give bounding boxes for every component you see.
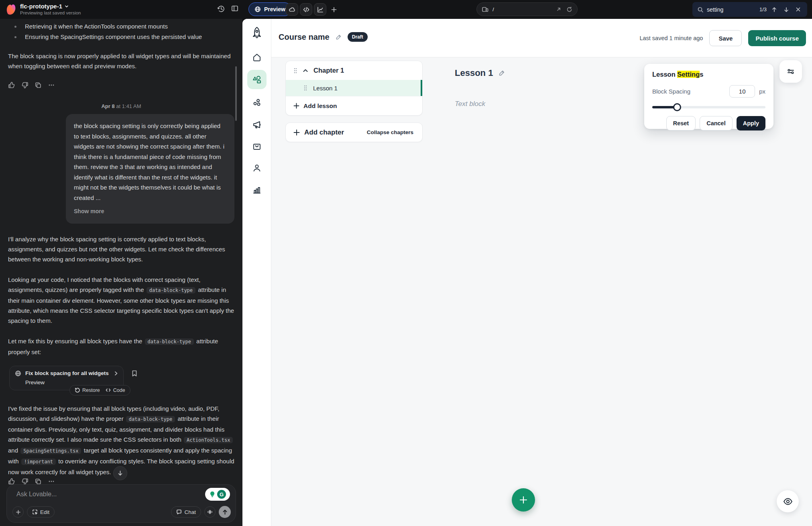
apply-button[interactable]: Apply bbox=[737, 116, 765, 130]
code-icon bbox=[106, 387, 111, 393]
globe-icon bbox=[15, 370, 21, 377]
analytics-icon bbox=[252, 185, 262, 195]
chat-panel: Retrieving it when the ActionTools compo… bbox=[0, 19, 242, 526]
sidebar-item-bag[interactable] bbox=[247, 137, 267, 156]
slider-thumb[interactable] bbox=[673, 103, 681, 111]
drag-handle-icon[interactable] bbox=[303, 85, 307, 91]
voice-input-button[interactable] bbox=[204, 506, 216, 518]
panel-icon[interactable] bbox=[231, 4, 239, 12]
assistant-paragraph: Looking at your code, I noticed that the… bbox=[8, 275, 234, 326]
preview-button[interactable]: Preview bbox=[248, 2, 291, 16]
assistant-result-paragraph: I've fixed the issue by ensuring that al… bbox=[8, 404, 234, 477]
app-preview: Course name Draft Last saved 1 minute ag… bbox=[242, 19, 812, 526]
block-spacing-input[interactable] bbox=[729, 85, 755, 98]
find-close-icon[interactable] bbox=[794, 7, 802, 12]
code-icon[interactable] bbox=[300, 3, 312, 16]
summary-bullet-list: Retrieving it when the ActionTools compo… bbox=[8, 21, 234, 42]
add-lesson-button[interactable]: Add lesson bbox=[286, 96, 422, 115]
history-icon[interactable] bbox=[217, 4, 226, 13]
lesson-title: Lesson 1 bbox=[313, 85, 338, 92]
chat-input[interactable] bbox=[16, 491, 169, 498]
lesson-row-selected[interactable]: Lesson 1 bbox=[286, 80, 422, 96]
thumbs-up-icon[interactable] bbox=[8, 82, 15, 89]
find-input[interactable] bbox=[707, 6, 749, 13]
globe-icon bbox=[254, 6, 261, 12]
add-chapter-button[interactable]: Add chapter bbox=[293, 128, 344, 137]
lightbulb-icon bbox=[209, 491, 216, 497]
bullet-item: Retrieving it when the ActionTools compo… bbox=[8, 21, 234, 32]
project-brand[interactable]: flc-prototype-1 Previewing last saved ve… bbox=[6, 3, 81, 15]
reset-button[interactable]: Reset bbox=[666, 116, 696, 130]
preview-label: Preview bbox=[264, 6, 285, 12]
assistant-paragraph: Let me fix this by ensuring all block ty… bbox=[8, 336, 234, 357]
app-header: Course name Draft Last saved 1 minute ag… bbox=[271, 19, 812, 57]
chevron-down-icon[interactable] bbox=[65, 4, 69, 8]
chat-mode-button[interactable]: Chat bbox=[171, 506, 201, 518]
thumbs-down-icon[interactable] bbox=[21, 82, 28, 89]
plus-icon bbox=[293, 129, 300, 136]
sidebar-item-community[interactable] bbox=[247, 93, 267, 112]
cloud-icon[interactable] bbox=[286, 3, 298, 16]
show-more-link[interactable]: Show more bbox=[74, 206, 226, 217]
restore-button[interactable]: Restore bbox=[75, 387, 100, 393]
attach-plus-icon[interactable] bbox=[12, 506, 24, 518]
drag-handle-icon[interactable] bbox=[293, 67, 297, 74]
find-next-icon[interactable] bbox=[782, 7, 791, 12]
preview-toggle-button[interactable] bbox=[777, 490, 799, 512]
chat-input-card[interactable]: G Edit Chat bbox=[6, 484, 236, 523]
message-actions bbox=[8, 82, 234, 89]
cancel-button[interactable]: Cancel bbox=[700, 116, 733, 130]
add-block-fab[interactable] bbox=[512, 488, 535, 512]
copy-icon[interactable] bbox=[35, 82, 42, 89]
refresh-icon[interactable] bbox=[566, 6, 572, 12]
eye-icon bbox=[783, 496, 793, 507]
edit-mode-label: Edit bbox=[40, 509, 49, 515]
empty-text-block[interactable]: Text block bbox=[455, 100, 485, 108]
edit-lesson-title-icon[interactable] bbox=[498, 69, 505, 77]
edit-course-title-icon[interactable] bbox=[335, 34, 342, 41]
user-message-bubble: the block spacing setting is only correc… bbox=[66, 114, 234, 224]
chapter-row[interactable]: Chapter 1 bbox=[286, 61, 422, 80]
sidebar-item-home[interactable] bbox=[247, 48, 267, 67]
chapter-title: Chapter 1 bbox=[313, 67, 344, 74]
code-button[interactable]: Code bbox=[106, 387, 125, 393]
layout-settings-button[interactable] bbox=[779, 60, 802, 83]
save-button[interactable]: Save bbox=[709, 30, 742, 46]
chat-scrollbar[interactable] bbox=[235, 66, 237, 121]
collapse-chapter-icon[interactable] bbox=[303, 68, 308, 73]
home-icon bbox=[252, 53, 262, 62]
plus-icon bbox=[293, 103, 299, 109]
collapse-chapters-button[interactable]: Collapse chapters bbox=[367, 129, 413, 135]
edit-card-title: Fix block spacing for all widgets bbox=[25, 370, 109, 376]
popup-title: Lesson Settings bbox=[652, 71, 765, 78]
rocket-icon bbox=[251, 26, 263, 40]
find-previous-icon[interactable] bbox=[770, 7, 779, 12]
open-external-icon[interactable] bbox=[556, 6, 562, 12]
edit-card-version: Preview bbox=[25, 379, 118, 385]
edit-mode-button[interactable]: Edit bbox=[27, 506, 55, 518]
publish-course-button[interactable]: Publish course bbox=[748, 30, 806, 46]
chapter-card: Chapter 1 Lesson 1 Add lesson bbox=[285, 61, 423, 116]
url-bar[interactable]: / bbox=[476, 2, 578, 16]
chat-mode-icon bbox=[176, 509, 182, 515]
url-path: / bbox=[492, 6, 494, 12]
more-icon[interactable] bbox=[48, 82, 55, 89]
draft-badge: Draft bbox=[348, 32, 368, 42]
sidebar-item-analytics[interactable] bbox=[247, 180, 267, 200]
add-tab-icon[interactable] bbox=[328, 3, 340, 16]
sidebar-item-announcements[interactable] bbox=[247, 115, 267, 134]
sliders-icon bbox=[786, 67, 795, 76]
block-spacing-slider[interactable] bbox=[652, 103, 765, 111]
analytics-icon[interactable] bbox=[314, 3, 326, 16]
bookmark-icon[interactable] bbox=[131, 370, 138, 377]
announcements-icon bbox=[252, 120, 262, 130]
scroll-to-bottom-button[interactable] bbox=[113, 466, 127, 480]
find-match-count: 1/3 bbox=[759, 6, 767, 12]
send-button[interactable] bbox=[219, 506, 231, 518]
restore-icon bbox=[75, 387, 80, 393]
lesson-settings-popup: Lesson Settings Block Spacing px Reset C… bbox=[644, 64, 773, 129]
sidebar-item-content[interactable] bbox=[247, 70, 267, 89]
sidebar-item-profile[interactable] bbox=[247, 158, 267, 177]
device-icon[interactable] bbox=[482, 6, 488, 13]
grammarly-badge[interactable]: G bbox=[205, 488, 230, 501]
